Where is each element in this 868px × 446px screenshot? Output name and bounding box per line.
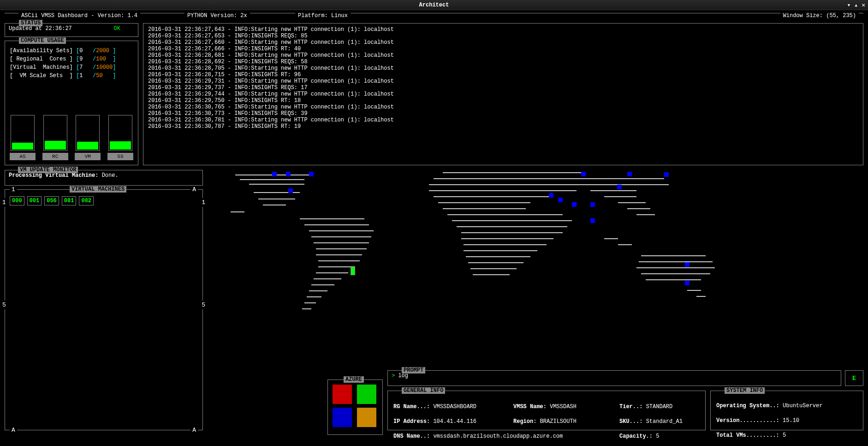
minimize-icon[interactable]: ▾ [847, 1, 851, 9]
vm-box[interactable]: 056 [44, 196, 59, 205]
compute-row: [ Regional Cores ] [9 /100 ] [10, 55, 133, 63]
maximize-icon[interactable]: ▴ [854, 1, 858, 9]
header-winsize: Window Size: (55, 235) [780, 12, 859, 19]
status-panel: STATUS Updated at 22:36:27 OK [5, 23, 138, 37]
vm-box[interactable]: 000 [10, 196, 24, 205]
status-label: STATUS [19, 20, 42, 26]
tot-value: 5 [783, 432, 786, 439]
vm-box[interactable]: 082 [79, 196, 94, 205]
status-ok: OK [114, 25, 120, 32]
execute-button[interactable]: E [845, 370, 863, 386]
vm-box[interactable]: 001 [27, 196, 42, 205]
header-strip: ASCii VMSS Dashboard - Version: 1.4 PYTH… [5, 13, 863, 13]
map-region-dot [288, 188, 293, 193]
map-region-dot [558, 198, 563, 202]
map-region-dot [590, 202, 595, 207]
ver-value: 15.10 [783, 417, 799, 424]
cap-label: Capacity.: [619, 433, 653, 440]
azure-color-swatch[interactable] [357, 408, 376, 427]
vms-side-r1: 1 [202, 198, 205, 207]
rg-label: RG Name...: [393, 404, 430, 410]
tier-value: STANDARD [646, 404, 673, 410]
usage-bar-vm: VM [75, 115, 101, 160]
compute-row: [ VM Scale Sets ] [1 /50 ] [10, 72, 133, 80]
map-region-dot [617, 185, 622, 189]
vms-side-l1: 1 [2, 198, 6, 207]
system-label: SYSTEM INFO [725, 387, 765, 394]
window-titlebar: Architect ▾ ▴ ✕ [0, 0, 868, 10]
header-dash: ASCii VMSS Dashboard - Version: 1.4 [18, 12, 140, 19]
azure-color-swatch[interactable] [357, 385, 376, 404]
system-panel: SYSTEM INFO Operating System..: UbuntuSe… [710, 391, 863, 430]
vm-box[interactable]: 081 [62, 196, 77, 205]
vmss-value: VMSSDASH [550, 404, 577, 410]
vms-corner-tl: 1 [10, 186, 17, 193]
status-text: Updated at 22:36:27 [9, 25, 72, 32]
prompt-panel: PROMPT > log [387, 370, 841, 386]
azure-label: AZURE [344, 376, 364, 383]
close-icon[interactable]: ✕ [862, 1, 865, 9]
map-region-dot [685, 281, 690, 285]
vms-corner-br: A [190, 427, 198, 434]
usage-bar-ss: SS [107, 115, 133, 160]
ver-label: Version...........: [716, 417, 779, 424]
sku-label: SKU...: [619, 418, 642, 425]
vms-side-r5: 5 [202, 301, 205, 309]
sku-value: Standard_A1 [646, 418, 683, 425]
window-title: Architect [419, 2, 449, 8]
map-region-dot [685, 262, 690, 267]
map-region-dot [581, 172, 586, 176]
region-label: Region: [513, 418, 536, 425]
monitor-panel: VM UPDATE MONITOR Processing Virtual Mac… [5, 170, 203, 186]
map-region-dot [286, 172, 291, 176]
map-region-dot [664, 172, 669, 177]
header-python: PYTHON Version: 2x [184, 12, 250, 19]
vms-panel: VIRTUAL MACHINES 1 A 1 1 5 5 A A 0000010… [5, 189, 203, 430]
vms-corner-bl: A [10, 427, 17, 434]
monitor-status: Done. [102, 172, 119, 179]
compute-row: [Virtual Machines] [7 /10000] [10, 63, 133, 72]
map-region-dot [549, 193, 553, 198]
map-current-region-dot [351, 267, 355, 275]
log-body[interactable]: 2016-03-31 22:36:27,643 - INFO:Starting … [143, 24, 863, 133]
general-panel: GENERAL INFO RG Name...: VMSSDASHBOARD I… [387, 391, 706, 430]
ip-value: 104.41.44.116 [433, 418, 476, 425]
log-panel: 2016-03-31 22:36:27,643 - INFO:Starting … [143, 23, 863, 165]
general-label: GENERAL INFO [402, 387, 445, 394]
prompt-label: PROMPT [402, 367, 425, 374]
rg-value: VMSSDASHBOARD [433, 404, 476, 410]
vmss-label: VMSS Name: [513, 404, 547, 410]
azure-color-swatch[interactable] [333, 408, 352, 427]
map-region-dot [309, 172, 314, 176]
monitor-label: VM UPDATE MONITOR [18, 167, 78, 173]
compute-label: COMPUTE USAGE [19, 37, 66, 44]
map-region-dot [272, 172, 277, 176]
ip-label: IP Address: [393, 418, 430, 425]
vms-side-l5: 5 [2, 301, 6, 309]
prompt-input[interactable]: log [398, 373, 408, 379]
world-map [212, 170, 863, 378]
monitor-prefix: Processing Virtual Machine: [9, 172, 102, 179]
vms-corner-tr: A [190, 186, 198, 193]
map-region-dot [590, 218, 595, 223]
os-value: UbuntuServer [783, 403, 822, 409]
map-region-dot [627, 172, 632, 176]
dns-label: DNS Name..: [393, 433, 430, 440]
usage-bar-as: AS [10, 115, 36, 160]
usage-bar-rc: RC [42, 115, 68, 160]
region-value: BRAZILSOUTH [540, 418, 577, 425]
header-platform: Platform: Linux [295, 12, 351, 19]
tot-label: Total VMs.........: [716, 432, 779, 439]
map-region-dot [572, 202, 577, 207]
compute-panel: COMPUTE USAGE [Availability Sets] [0 /20… [5, 41, 138, 165]
compute-row: [Availability Sets] [0 /2000 ] [10, 47, 133, 55]
prompt-caret: > [392, 373, 395, 379]
tier-label: Tier..: [619, 404, 642, 410]
cap-value: 5 [656, 433, 659, 440]
azure-panel: AZURE [327, 380, 383, 435]
vms-label: VIRTUAL MACHINES [70, 186, 126, 193]
os-label: Operating System..: [716, 403, 779, 409]
azure-color-swatch[interactable] [333, 385, 352, 404]
